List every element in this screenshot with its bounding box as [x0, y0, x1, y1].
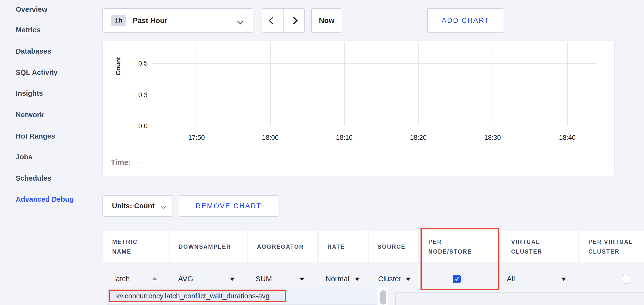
sidebar-item-network[interactable]: Network: [16, 111, 44, 119]
y-tick-0.3: 0.3: [133, 91, 148, 99]
sidebar-item-hot-ranges[interactable]: Hot Ranges: [16, 132, 55, 140]
sidebar-item-overview[interactable]: Overview: [16, 5, 47, 14]
metric-name-input[interactable]: latch: [114, 275, 130, 283]
gridline-vertical: [270, 42, 271, 126]
time-shift-group: [262, 8, 304, 32]
bottom-right-partial-panel: [395, 292, 644, 305]
sort-up-icon: [152, 277, 157, 280]
suggestion-item[interactable]: kv.concurrency.latch_conflict_wait_durat…: [116, 292, 270, 300]
suggestion-item-highlight-box[interactable]: kv.concurrency.latch_conflict_wait_durat…: [108, 290, 286, 302]
sidebar-item-metrics[interactable]: Metrics: [16, 26, 41, 34]
caret-down-icon: [406, 278, 411, 281]
header-per-virtual-cluster: PER VIRTUAL CLUSTER: [580, 231, 644, 262]
per-virtual-cluster-checkbox[interactable]: [623, 275, 629, 284]
header-downsampler: DOWNSAMPLER: [170, 231, 247, 262]
x-tick-1810: 18:10: [331, 134, 358, 141]
x-tick-1840: 18:40: [554, 134, 581, 141]
y-axis-label: Count: [114, 57, 122, 75]
gridline-horizontal: [152, 95, 598, 95]
y-tick-0.5: 0.5: [133, 60, 148, 67]
x-tick-1750: 17:50: [183, 134, 210, 141]
chevron-right-icon: [290, 17, 298, 24]
rate-select[interactable]: Normal: [326, 275, 350, 283]
x-tick-1820: 18:20: [405, 134, 432, 141]
units-dropdown-label: Units: Count: [112, 202, 155, 210]
header-per-node-store: PER NODE/STORE: [420, 231, 500, 262]
sidebar-item-jobs[interactable]: Jobs: [16, 153, 32, 161]
virtual-cluster-select[interactable]: All: [507, 275, 515, 283]
remove-chart-button[interactable]: REMOVE CHART: [179, 195, 278, 217]
downsampler-select[interactable]: AVG: [178, 275, 193, 283]
gridline-horizontal: [152, 63, 598, 64]
time-range-selector[interactable]: 1h Past Hour: [102, 8, 254, 32]
header-virtual-cluster: VIRTUAL CLUSTER: [502, 231, 578, 262]
add-chart-button[interactable]: ADD CHART: [427, 8, 504, 32]
prev-time-button[interactable]: [262, 9, 283, 32]
per-node-store-checkbox[interactable]: [453, 275, 461, 283]
header-metric-name: METRIC NAME: [104, 231, 168, 262]
sidebar-item-advanced-debug[interactable]: Advanced Debug: [16, 195, 74, 204]
units-dropdown[interactable]: Units: Count: [102, 195, 173, 217]
time-label: Time:: [111, 158, 131, 167]
caret-down-icon: [230, 278, 235, 281]
header-source: SOURCE: [369, 231, 417, 262]
chart-card: Count 0.5 0.3 0.0 17:50 18:00 18:10 18:2…: [102, 41, 614, 176]
time-value: --: [138, 158, 144, 167]
header-aggregator: AGGREGATOR: [248, 231, 317, 262]
time-range-label: Past Hour: [132, 16, 167, 25]
chevron-left-icon: [269, 17, 276, 24]
y-tick-0.0: 0.0: [133, 122, 148, 130]
gridline-vertical: [567, 42, 568, 126]
sidebar-item-schedules[interactable]: Schedules: [16, 174, 51, 183]
x-axis-line: [152, 126, 598, 126]
sidebar-item-insights[interactable]: Insights: [16, 89, 43, 98]
x-tick-1800: 18:00: [257, 134, 284, 141]
dropdown-scrollbar-thumb[interactable]: [380, 290, 386, 305]
chevron-down-icon: [237, 18, 243, 24]
hover-time-readout: Time:--: [111, 158, 144, 167]
gridline-vertical: [344, 42, 345, 126]
header-rate: RATE: [318, 231, 368, 262]
now-button[interactable]: Now: [311, 8, 342, 32]
chevron-down-icon: [161, 204, 166, 209]
gridline-vertical: [492, 42, 493, 126]
source-select[interactable]: Cluster: [378, 275, 402, 283]
gridline-vertical: [196, 42, 197, 126]
custom-chart-page: Overview Metrics Databases SQL Activity …: [0, 0, 644, 305]
time-range-badge: 1h: [111, 15, 126, 26]
aggregator-select[interactable]: SUM: [256, 275, 272, 283]
x-tick-1830: 18:30: [479, 134, 506, 141]
caret-down-icon: [355, 278, 360, 281]
gridline-vertical: [418, 42, 419, 126]
caret-down-icon: [300, 278, 304, 281]
next-time-button[interactable]: [283, 9, 304, 32]
sidebar-item-databases[interactable]: Databases: [16, 47, 51, 55]
caret-down-icon: [561, 278, 566, 281]
sidebar-item-sql-activity[interactable]: SQL Activity: [16, 68, 58, 77]
